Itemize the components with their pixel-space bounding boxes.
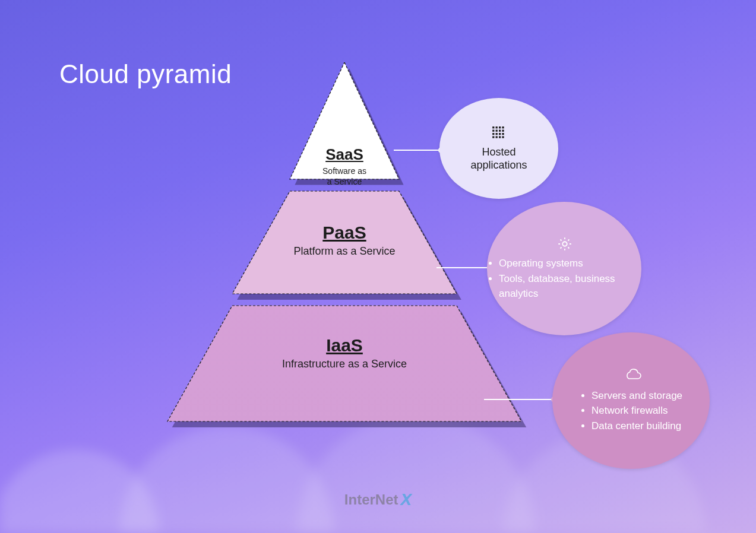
- svg-rect-10: [502, 129, 504, 131]
- list-item: Network firewalls: [591, 403, 682, 418]
- svg-rect-14: [502, 133, 504, 135]
- cloud-icon: [624, 368, 639, 383]
- svg-rect-9: [499, 129, 501, 131]
- diagram-canvas: Cloud pyramid SaaS: [0, 0, 756, 533]
- gear-icon: [556, 236, 572, 251]
- list-item: Operating systems: [499, 256, 641, 271]
- tier-label-iaas: IaaS Infrastructure as a Service: [154, 335, 534, 370]
- svg-point-19: [562, 242, 567, 246]
- list-item: Data center building: [591, 418, 682, 434]
- svg-rect-18: [502, 136, 504, 138]
- tier-acronym-iaas: IaaS: [154, 335, 534, 356]
- brand-name: InterNet: [344, 491, 398, 508]
- callout-saas-text: Hosted applications: [470, 145, 527, 172]
- callout-paas: Operating systems Tools, database, busin…: [487, 202, 641, 335]
- svg-rect-4: [496, 126, 498, 128]
- tier-label-paas: PaaS Platform as a Service: [154, 223, 534, 258]
- tier-desc-iaas: Infrastructure as a Service: [154, 358, 534, 370]
- connector-iaas: [484, 399, 554, 400]
- tier-desc-paas: Platform as a Service: [154, 245, 534, 258]
- callout-iaas: Servers and storage Network firewalls Da…: [552, 332, 710, 469]
- connector-saas: [394, 150, 441, 151]
- grid-icon: [491, 125, 507, 141]
- svg-rect-15: [492, 136, 494, 138]
- svg-rect-13: [499, 133, 501, 135]
- svg-rect-7: [492, 129, 494, 131]
- svg-rect-16: [496, 136, 498, 138]
- callout-iaas-list: Servers and storage Network firewalls Da…: [580, 388, 682, 434]
- svg-rect-12: [496, 133, 498, 135]
- svg-rect-5: [499, 126, 501, 128]
- callout-paas-list: Operating systems Tools, database, busin…: [487, 256, 641, 302]
- brand-logo: InterNetX: [344, 490, 412, 509]
- svg-rect-6: [502, 126, 504, 128]
- callout-saas: Hosted applications: [439, 98, 558, 199]
- tier-acronym-paas: PaaS: [154, 223, 534, 243]
- svg-rect-8: [496, 129, 498, 131]
- svg-rect-11: [492, 133, 494, 135]
- list-item: Tools, database, business analytics: [499, 271, 641, 302]
- svg-rect-3: [492, 126, 494, 128]
- svg-rect-17: [499, 136, 501, 138]
- brand-suffix: X: [401, 490, 412, 509]
- list-item: Servers and storage: [591, 388, 682, 404]
- connector-paas: [436, 267, 490, 268]
